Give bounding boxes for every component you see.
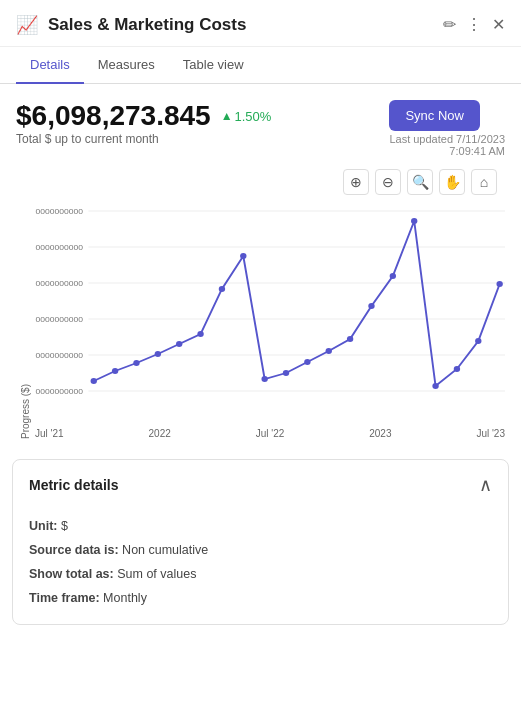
metric-subtitle: Total $ up to current month (16, 132, 271, 146)
x-axis-labels: Jul '21 2022 Jul '22 2023 Jul '23 (35, 424, 505, 439)
svg-point-29 (454, 366, 460, 372)
metric-header-row: $6,098,273.845 ▲ 1.50% Total $ up to cur… (16, 100, 505, 157)
magnify-button[interactable]: 🔍 (407, 169, 433, 195)
chart-inner: 10000000.0000000000 8000000.0000000000 6… (35, 201, 505, 439)
svg-point-31 (496, 281, 502, 287)
header-actions: ✏ ⋮ ✕ (443, 17, 505, 33)
svg-text:10000000.0000000000: 10000000.0000000000 (35, 207, 83, 216)
metric-change-value: 1.50% (235, 109, 272, 124)
last-updated: Last updated 7/11/2023 7:09:41 AM (389, 133, 505, 157)
svg-point-26 (390, 273, 396, 279)
metric-details-header[interactable]: Metric details ∧ (13, 460, 508, 510)
up-arrow-icon: ▲ (221, 109, 233, 123)
svg-point-28 (432, 383, 438, 389)
x-label-2022: 2022 (149, 428, 171, 439)
tab-details[interactable]: Details (16, 47, 84, 84)
metric-details-body: Unit: $ Source data is: Non cumulative S… (13, 510, 508, 624)
svg-point-25 (368, 303, 374, 309)
svg-point-30 (475, 338, 481, 344)
metric-value-group: $6,098,273.845 ▲ 1.50% Total $ up to cur… (16, 100, 271, 150)
detail-show-total: Show total as: Sum of values (29, 562, 492, 586)
y-axis-label: Progress ($) (16, 201, 35, 439)
chart-svg[interactable]: 10000000.0000000000 8000000.0000000000 6… (35, 201, 505, 421)
svg-point-20 (261, 376, 267, 382)
svg-text:0.0000000000: 0.0000000000 (35, 387, 83, 396)
zoom-out-button[interactable]: ⊖ (375, 169, 401, 195)
chart-container: Progress ($) 10000000.0000000000 8000000… (16, 201, 505, 439)
svg-point-18 (219, 286, 225, 292)
svg-point-21 (283, 370, 289, 376)
x-label-jul22: Jul '22 (256, 428, 285, 439)
tab-table-view[interactable]: Table view (169, 47, 258, 84)
tab-measures[interactable]: Measures (84, 47, 169, 84)
svg-point-15 (155, 351, 161, 357)
metric-value: $6,098,273.845 ▲ 1.50% (16, 100, 271, 132)
more-icon[interactable]: ⋮ (466, 17, 482, 33)
sync-group: Sync Now Last updated 7/11/2023 7:09:41 … (389, 100, 505, 157)
header: 📈 Sales & Marketing Costs ✏ ⋮ ✕ (0, 0, 521, 47)
trend-icon: 📈 (16, 14, 38, 36)
x-label-jul21: Jul '21 (35, 428, 64, 439)
svg-point-16 (176, 341, 182, 347)
detail-unit: Unit: $ (29, 514, 492, 538)
svg-text:8000000.0000000000: 8000000.0000000000 (35, 243, 83, 252)
metric-details-title: Metric details (29, 477, 118, 493)
svg-point-27 (411, 218, 417, 224)
svg-point-23 (326, 348, 332, 354)
svg-point-14 (133, 360, 139, 366)
svg-point-17 (197, 331, 203, 337)
sync-now-button[interactable]: Sync Now (389, 100, 480, 131)
svg-point-24 (347, 336, 353, 342)
content-area: $6,098,273.845 ▲ 1.50% Total $ up to cur… (0, 84, 521, 439)
svg-text:4000000.0000000000: 4000000.0000000000 (35, 315, 83, 324)
page-title: Sales & Marketing Costs (48, 15, 435, 35)
svg-point-19 (240, 253, 246, 259)
chart-toolbar: ⊕ ⊖ 🔍 ✋ ⌂ (16, 169, 505, 195)
chevron-up-icon: ∧ (479, 474, 492, 496)
tabs: Details Measures Table view (0, 47, 521, 84)
close-icon[interactable]: ✕ (492, 17, 505, 33)
svg-point-13 (112, 368, 118, 374)
x-label-jul23: Jul '23 (476, 428, 505, 439)
chart-area: ⊕ ⊖ 🔍 ✋ ⌂ Progress ($) 10000000.00000000… (16, 169, 505, 439)
svg-point-12 (91, 378, 97, 384)
edit-icon[interactable]: ✏ (443, 17, 456, 33)
home-button[interactable]: ⌂ (471, 169, 497, 195)
detail-time-frame: Time frame: Monthly (29, 586, 492, 610)
detail-source-data: Source data is: Non cumulative (29, 538, 492, 562)
x-label-2023: 2023 (369, 428, 391, 439)
zoom-in-button[interactable]: ⊕ (343, 169, 369, 195)
svg-text:2000000.0000000000: 2000000.0000000000 (35, 351, 83, 360)
svg-point-22 (304, 359, 310, 365)
hand-tool-button[interactable]: ✋ (439, 169, 465, 195)
metric-number: $6,098,273.845 (16, 100, 211, 132)
svg-text:6000000.0000000000: 6000000.0000000000 (35, 279, 83, 288)
metric-details-card: Metric details ∧ Unit: $ Source data is:… (12, 459, 509, 625)
metric-change: ▲ 1.50% (221, 109, 272, 124)
